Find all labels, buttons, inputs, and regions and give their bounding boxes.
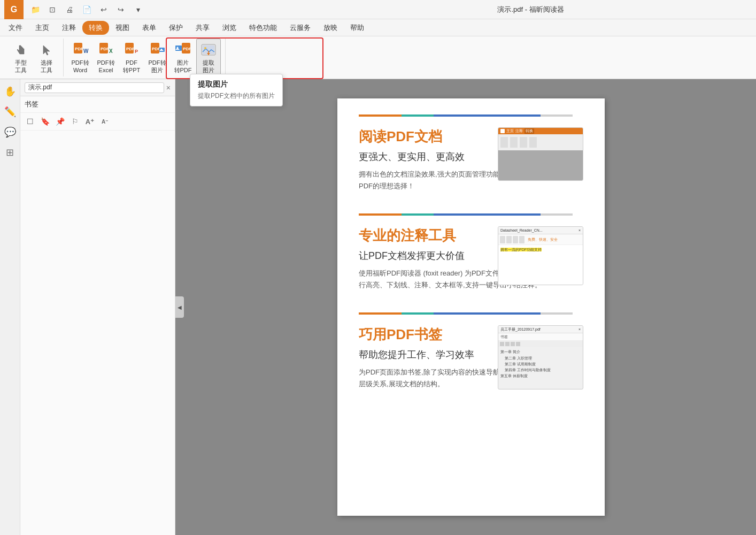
- menu-annotate[interactable]: 注释: [56, 21, 82, 35]
- hand-tool-button[interactable]: 手型工具: [9, 39, 33, 75]
- sidebar-layers-icon[interactable]: ⊞: [2, 144, 18, 160]
- main-area: ✋ ✏️ 💬 ⊞ × 书签 ☐ 🔖 📌 ⚐ A⁺ A⁻ ◀: [0, 79, 756, 535]
- extract-image-icon: [200, 41, 217, 58]
- copy-icon[interactable]: ⊡: [45, 2, 60, 17]
- pdf-ppt-icon: PDF P: [123, 41, 140, 58]
- panel-font-increase-icon[interactable]: A⁺: [83, 115, 96, 128]
- menu-file[interactable]: 文件: [2, 21, 29, 35]
- menubar: 文件 主页 注释 转换 视图 表单 保护 共享 浏览 特色功能 云服务 放映 帮…: [0, 19, 756, 36]
- quick-toolbar: 📁 ⊡ 🖨 📄 ↩ ↪ ▾: [28, 2, 363, 17]
- menu-home[interactable]: 主页: [29, 21, 56, 35]
- titlebar: G 📁 ⊡ 🖨 📄 ↩ ↪ ▾ 演示.pdf - 福昕阅读器: [0, 0, 756, 19]
- extract-image-label: 提取图片: [203, 59, 214, 73]
- collapse-panel-button[interactable]: ◀: [175, 296, 184, 318]
- panel-filename-input[interactable]: [25, 82, 164, 93]
- panel-tab-bar: ×: [20, 79, 175, 96]
- pdf-to-excel-label: PDF转Excel: [97, 59, 115, 73]
- preview-section-3: 巧用PDF书签 帮助您提升工作、学习效率 为PDF页面添加书签,除了实现内容的快…: [359, 312, 583, 390]
- hand-tool-label: 手型工具: [15, 59, 27, 73]
- ribbon-group-convert: PDF W PDF转Word PDF X PDF转Excel PDF: [64, 39, 226, 77]
- tooltip-description: 提取PDF文档中的所有图片: [198, 91, 275, 101]
- svg-text:PDF: PDF: [183, 47, 191, 51]
- select-tool-label: 选择工具: [41, 59, 52, 73]
- svg-rect-13: [175, 45, 182, 51]
- pdf-word-icon: PDF W: [72, 41, 89, 58]
- section-divider-1: [359, 114, 583, 117]
- menu-present[interactable]: 放映: [317, 21, 344, 35]
- logo-button[interactable]: G: [4, 0, 24, 19]
- pdf-to-image-label: PDF转图片: [149, 59, 166, 73]
- new-doc-icon[interactable]: 📄: [79, 2, 94, 17]
- tooltip-title: 提取图片: [198, 80, 275, 89]
- mini-screenshot-2: Datasheet_Reader_CN...× 免费、快速、安全 拥有一流的PD…: [498, 226, 583, 285]
- pdf-excel-icon: PDF X: [97, 41, 114, 58]
- ribbon-group-tools: 手型工具 选择工具: [4, 39, 64, 77]
- image-to-pdf-label: 图片转PDF: [174, 59, 192, 73]
- panel-font-decrease-icon[interactable]: A⁻: [98, 115, 111, 128]
- preview-section-1: 阅读PDF文档 更强大、更实用、更高效 拥有出色的文档渲染效果,强大的页面管理功…: [359, 114, 583, 192]
- pdf-to-ppt-button[interactable]: PDF P PDF转PPT: [119, 39, 144, 75]
- panel-bookmark2-icon[interactable]: 📌: [53, 115, 66, 128]
- menu-cloud[interactable]: 云服务: [283, 21, 317, 35]
- pdf-to-ppt-label: PDF转PPT: [123, 59, 140, 73]
- panel-bookmark-icon[interactable]: 🔖: [38, 115, 51, 128]
- hand-icon: [12, 41, 29, 58]
- svg-point-14: [177, 47, 179, 49]
- mini-screenshot-1: 主页 注释 转换: [498, 127, 583, 181]
- sidebar-comment-icon[interactable]: 💬: [2, 124, 18, 140]
- svg-point-19: [204, 47, 206, 49]
- panel-bookmark3-icon[interactable]: ⚐: [68, 115, 81, 128]
- menu-convert[interactable]: 转换: [82, 21, 109, 35]
- section-divider-3: [359, 312, 583, 315]
- preview-section-2: 专业的注释工具 让PDF文档发挥更大价值 使用福昕PDF阅读器 (foxit r…: [359, 213, 583, 291]
- svg-text:PDF: PDF: [101, 47, 109, 51]
- sidebar-hand-icon[interactable]: ✋: [2, 83, 18, 100]
- section-divider-2: [359, 213, 583, 216]
- panel-square-icon[interactable]: ☐: [24, 115, 36, 128]
- panel-toolbar: ☐ 🔖 📌 ⚐ A⁺ A⁻: [20, 113, 175, 131]
- sidebar-pencil-icon[interactable]: ✏️: [2, 104, 18, 120]
- select-tool-button[interactable]: 选择工具: [34, 39, 59, 75]
- bookmark-section-label: 书签: [20, 96, 175, 113]
- bookmark-panel: × 书签 ☐ 🔖 📌 ⚐ A⁺ A⁻: [20, 79, 175, 535]
- mini-screenshot-3: 员工手册_20120917.pdf× 书签 第一章 简介 第二章 入职管理: [498, 325, 583, 389]
- undo-icon[interactable]: ↩: [96, 2, 111, 17]
- quick-access-icon[interactable]: ▾: [130, 2, 145, 17]
- menu-browse[interactable]: 浏览: [216, 21, 243, 35]
- svg-text:P: P: [135, 49, 138, 54]
- document-view: ◀ 阅读PDF文档 更强大、更实用、更高效 拥有出色的文档渲染效果,强大的页面管…: [175, 79, 756, 535]
- pdf-to-excel-button[interactable]: PDF X PDF转Excel: [94, 39, 118, 75]
- svg-point-12: [161, 49, 162, 50]
- ribbon: 手型工具 选择工具 PDF W PDF转Word: [0, 36, 756, 79]
- svg-text:W: W: [83, 48, 89, 54]
- pdf-to-image-button[interactable]: PDF PDF转图片: [145, 39, 169, 75]
- cursor-icon: [38, 41, 55, 58]
- svg-text:X: X: [109, 48, 113, 54]
- pdf-to-word-button[interactable]: PDF W PDF转Word: [68, 39, 92, 75]
- document-preview[interactable]: 阅读PDF文档 更强大、更实用、更高效 拥有出色的文档渲染效果,强大的页面管理功…: [337, 98, 605, 516]
- pdf-image-icon: PDF: [149, 41, 166, 58]
- svg-text:PDF: PDF: [75, 47, 83, 51]
- redo-icon[interactable]: ↪: [113, 2, 128, 17]
- pdf-to-word-label: PDF转Word: [72, 59, 89, 73]
- extract-image-button[interactable]: 提取图片: [196, 39, 221, 76]
- svg-text:PDF: PDF: [152, 47, 160, 51]
- menu-protect[interactable]: 保护: [163, 21, 189, 35]
- menu-features[interactable]: 特色功能: [243, 21, 283, 35]
- menu-form[interactable]: 表单: [136, 21, 163, 35]
- left-sidebar: ✋ ✏️ 💬 ⊞: [0, 79, 20, 535]
- menu-share[interactable]: 共享: [189, 21, 216, 35]
- svg-text:PDF: PDF: [126, 47, 135, 51]
- image-to-pdf-button[interactable]: PDF 图片转PDF: [171, 39, 195, 75]
- tooltip-box: 提取图片 提取PDF文档中的所有图片: [190, 74, 283, 106]
- panel-close-button[interactable]: ×: [166, 83, 171, 92]
- menu-help[interactable]: 帮助: [344, 21, 371, 35]
- open-folder-icon[interactable]: 📁: [28, 2, 43, 17]
- menu-view[interactable]: 视图: [109, 21, 136, 35]
- image-to-pdf-icon: PDF: [174, 41, 191, 58]
- window-title: 演示.pdf - 福昕阅读器: [363, 5, 698, 14]
- print-icon[interactable]: 🖨: [62, 2, 77, 17]
